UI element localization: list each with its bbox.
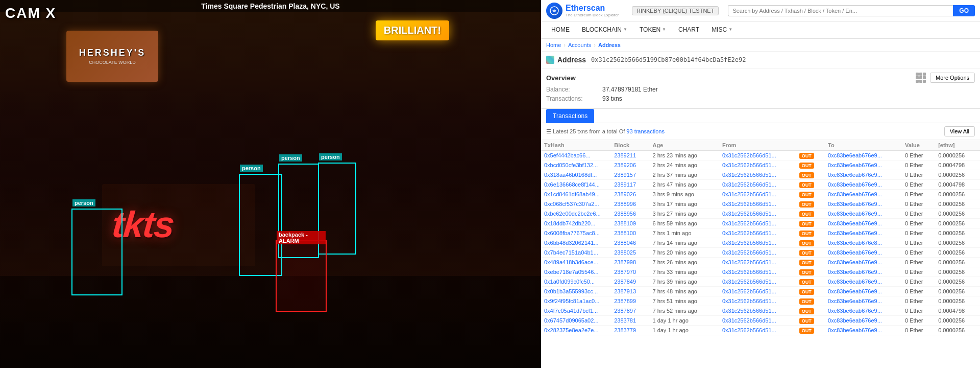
cell-to[interactable]: 0xc83be6eab676e9... [825, 296, 902, 306]
cell-block[interactable]: 2388100 [611, 228, 649, 238]
cell-hash[interactable]: 0x5ef4442bac66... [541, 151, 611, 160]
cell-hash[interactable]: 0xbc62e00dc2bc2e6... [541, 209, 611, 219]
cell-block[interactable]: 2383781 [611, 316, 649, 326]
cell-from[interactable]: 0x31c2562b566d51... [719, 160, 796, 170]
cell-dir: OUT [796, 258, 825, 267]
cell-block[interactable]: 2383779 [611, 326, 649, 335]
cell-block[interactable]: 2387913 [611, 287, 649, 296]
cell-hash[interactable]: 0x4f7c05a41d7bcf1... [541, 306, 611, 316]
cell-block[interactable]: 2387897 [611, 306, 649, 316]
cell-to[interactable]: 0xc83be6eab676e9... [825, 160, 902, 170]
cell-to[interactable]: 0xc83be6eab676e9... [825, 228, 902, 238]
cell-hash[interactable]: 0x0b1b3a555993cc... [541, 287, 611, 296]
breadcrumb-accounts[interactable]: Accounts [568, 42, 591, 48]
nav-blockchain[interactable]: BLOCKCHAIN ▼ [577, 21, 632, 38]
cell-block[interactable]: 2388109 [611, 219, 649, 228]
cell-hash[interactable]: 0x9f24f95fc81a1ac0... [541, 296, 611, 306]
cell-hash[interactable]: 0x1cd8461df68ab49... [541, 190, 611, 199]
cell-to[interactable]: 0xc83be6eab676e9... [825, 316, 902, 326]
nav-token[interactable]: TOKEN ▼ [634, 21, 671, 38]
cell-from[interactable]: 0x31c2562b566d51... [719, 209, 796, 219]
cell-hash[interactable]: 0x7b4ec7151a04b1... [541, 248, 611, 258]
tab-transactions[interactable]: Transactions [546, 109, 594, 123]
cell-from[interactable]: 0x31c2562b566d51... [719, 180, 796, 190]
cell-to[interactable]: 0xc83be6eab676e9... [825, 170, 902, 180]
cell-block[interactable]: 2387970 [611, 267, 649, 277]
cell-to[interactable]: 0xc83be6eab676e9... [825, 180, 902, 190]
cell-to[interactable]: 0xc83be6eab676e9... [825, 267, 902, 277]
view-all-button[interactable]: View All [944, 126, 975, 136]
search-button[interactable]: GO [953, 5, 975, 16]
table: TxHash Block Age From To Value [ethw] 0x… [541, 140, 980, 335]
cell-block[interactable]: 2389206 [611, 160, 649, 170]
cell-to[interactable]: 0xc83be6eab676e9... [825, 248, 902, 258]
etherscan-logo: Etherscan The Ethereum Block Explorer [546, 3, 628, 19]
cell-hash[interactable]: 0xebe718e7a05546... [541, 267, 611, 277]
cell-block[interactable]: 2387998 [611, 258, 649, 267]
cell-to[interactable]: 0xc83be6eab676e9... [825, 199, 902, 209]
cell-hash[interactable]: 0x282375e8ea2e7e... [541, 326, 611, 335]
cell-block[interactable]: 2389211 [611, 151, 649, 160]
cell-hash[interactable]: 0x6e136668ce8f144... [541, 180, 611, 190]
cell-hash[interactable]: 0x489a418b3d6ace... [541, 258, 611, 267]
cell-from[interactable]: 0x31c2562b566d51... [719, 199, 796, 209]
cell-from[interactable]: 0x31c2562b566d51... [719, 248, 796, 258]
transactions-row: Transactions: 93 txns [546, 95, 975, 102]
cell-value: 0 Ether [902, 287, 935, 296]
cell-to[interactable]: 0xc83be6eab676e9... [825, 151, 902, 160]
nav-chart[interactable]: CHART [673, 21, 704, 38]
cell-to[interactable]: 0xc83be6eab676e9... [825, 209, 902, 219]
more-options-button[interactable]: More Options [930, 73, 975, 83]
cell-hash[interactable]: 0x6008fba77675ac8... [541, 228, 611, 238]
cell-block[interactable]: 2389117 [611, 180, 649, 190]
cell-block[interactable]: 2388025 [611, 248, 649, 258]
cell-to[interactable]: 0xc83be6eab676e9... [825, 306, 902, 316]
cell-block[interactable]: 2389157 [611, 170, 649, 180]
detection-label-person3: person [279, 154, 302, 162]
dir-badge: OUT [799, 163, 814, 169]
cell-ethw: 0.0004798 [935, 180, 980, 190]
cell-from[interactable]: 0x31c2562b566d51... [719, 258, 796, 267]
cell-block[interactable]: 2389026 [611, 190, 649, 199]
cell-hash[interactable]: 0xbcd050cfe3bf132... [541, 160, 611, 170]
cell-value: 0 Ether [902, 199, 935, 209]
cell-block[interactable]: 2387849 [611, 277, 649, 287]
cell-from[interactable]: 0x31c2562b566d51... [719, 287, 796, 296]
cell-from[interactable]: 0x31c2562b566d51... [719, 151, 796, 160]
balance-row: Balance: 37.478979181 Ether [546, 86, 975, 93]
cell-block[interactable]: 2388996 [611, 199, 649, 209]
cell-hash[interactable]: 0x18ddb742db220... [541, 219, 611, 228]
cell-block[interactable]: 2388046 [611, 238, 649, 248]
cell-to[interactable]: 0xc83be6eab676e9... [825, 277, 902, 287]
cell-from[interactable]: 0x31c2562b566d51... [719, 219, 796, 228]
cell-from[interactable]: 0x31c2562b566d51... [719, 316, 796, 326]
cell-to[interactable]: 0xc83be6eab676e9... [825, 219, 902, 228]
cell-from[interactable]: 0x31c2562b566d51... [719, 277, 796, 287]
cell-from[interactable]: 0x31c2562b566d51... [719, 170, 796, 180]
cell-hash[interactable]: 0x6bb48d32062141... [541, 238, 611, 248]
cell-from[interactable]: 0x31c2562b566d51... [719, 190, 796, 199]
breadcrumb-home[interactable]: Home [546, 42, 561, 48]
cell-to[interactable]: 0xc83be6eab676e8... [825, 238, 902, 248]
txn-count-link[interactable]: 93 transactions [626, 128, 665, 134]
cell-from[interactable]: 0x31c2562b566d51... [719, 228, 796, 238]
cell-hash[interactable]: 0x67457d09065a02... [541, 316, 611, 326]
cell-hash[interactable]: 0x318aa46b0168df... [541, 170, 611, 180]
nav-home[interactable]: HOME [546, 21, 575, 38]
cell-hash[interactable]: 0x1a0fd099c0fc50... [541, 277, 611, 287]
nav-misc[interactable]: MISC ▼ [706, 21, 738, 38]
cell-from[interactable]: 0x31c2562b566d51... [719, 306, 796, 316]
cell-from[interactable]: 0x31c2562b566d51... [719, 238, 796, 248]
cell-to[interactable]: 0xc83be6eab676e9... [825, 326, 902, 335]
cell-to[interactable]: 0xc83be6eab676e9... [825, 190, 902, 199]
cell-to[interactable]: 0xc83be6eab676e9... [825, 258, 902, 267]
cell-block[interactable]: 2388956 [611, 209, 649, 219]
cell-dir: OUT [796, 238, 825, 248]
cell-from[interactable]: 0x31c2562b566d51... [719, 326, 796, 335]
cell-to[interactable]: 0xc83be6eab676e9... [825, 287, 902, 296]
cell-from[interactable]: 0x31c2562b566d51... [719, 296, 796, 306]
search-input[interactable] [728, 5, 953, 16]
cell-from[interactable]: 0x31c2562b566d51... [719, 267, 796, 277]
cell-block[interactable]: 2387899 [611, 296, 649, 306]
cell-hash[interactable]: 0xc068cf537c307a2... [541, 199, 611, 209]
